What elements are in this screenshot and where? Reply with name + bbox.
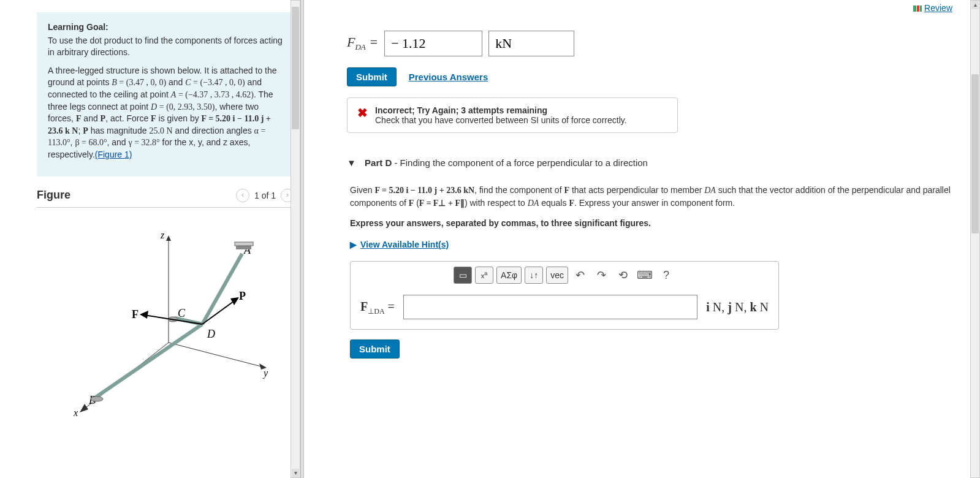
- scrollbar-thumb[interactable]: [292, 7, 299, 129]
- fda-unit-input[interactable]: [488, 31, 574, 56]
- partC-actions: Submit Previous Answers: [347, 67, 955, 86]
- svg-text:P: P: [239, 290, 246, 302]
- help-button[interactable]: ?: [657, 267, 675, 284]
- editor-input-row: F⊥DA = i N, j N, k N: [351, 289, 778, 329]
- figure-pager: ‹ 1 of 1 ›: [236, 189, 294, 202]
- svg-line-3: [169, 343, 264, 367]
- answer-input[interactable]: [403, 295, 697, 319]
- svg-text:z: z: [160, 230, 165, 240]
- caret-down-icon: ▼: [347, 157, 356, 168]
- svg-point-16: [91, 396, 103, 401]
- feedback-title: Incorrect; Try Again; 3 attempts remaini…: [375, 105, 627, 115]
- caret-right-icon: ▶: [350, 238, 357, 251]
- incorrect-icon: ✖: [357, 105, 368, 125]
- scrollbar-thumb[interactable]: [971, 74, 979, 233]
- svg-marker-21: [140, 311, 148, 319]
- figure-prev-button[interactable]: ‹: [236, 189, 249, 202]
- partD-title: - Finding the component of a force perpe…: [392, 157, 648, 168]
- vec-button[interactable]: vec: [546, 267, 568, 284]
- svg-marker-1: [166, 235, 171, 241]
- figure-diagram: z y x A B C D: [61, 220, 270, 416]
- feedback-body: Check that you have converted between SI…: [375, 115, 627, 125]
- svg-line-20: [144, 315, 202, 324]
- left-scrollbar[interactable]: ▾: [291, 0, 300, 478]
- redo-button[interactable]: ↷: [593, 267, 611, 284]
- answer-units: i N, j N, k N: [706, 298, 769, 316]
- fda-label: FDA =: [347, 34, 378, 52]
- figure-label: Figure: [37, 189, 70, 202]
- greek-button[interactable]: ΑΣφ: [496, 267, 522, 284]
- svg-line-9: [202, 254, 242, 324]
- scroll-down-icon[interactable]: ▾: [292, 469, 299, 477]
- svg-text:D: D: [207, 328, 215, 340]
- goal-body: To use the dot product to find the compo…: [48, 35, 283, 59]
- partC-answer-row: FDA =: [347, 31, 955, 56]
- svg-marker-7: [80, 404, 88, 412]
- svg-text:C: C: [178, 307, 186, 319]
- fda-value-input[interactable]: [384, 31, 482, 56]
- figure-link[interactable]: (Figure 1): [95, 150, 132, 159]
- feedback-box: ✖ Incorrect; Try Again; 3 attempts remai…: [347, 97, 678, 133]
- right-scrollbar[interactable]: ▴: [970, 0, 980, 478]
- goal-title: Learning Goal:: [48, 21, 283, 34]
- partD-description: Given F = 5.20 i − 11.0 j + 23.6 kN, fin…: [350, 184, 955, 210]
- fraction-button[interactable]: xa: [475, 267, 493, 284]
- figure-page-count: 1 of 1: [254, 191, 276, 200]
- svg-marker-13: [236, 246, 251, 249]
- editor-toolbar: ▭ xa ΑΣφ ↓↑ vec ↶ ↷ ⟲ ⌨ ?: [351, 262, 778, 289]
- right-panel: Review FDA = Submit Previous Answers ✖ I…: [304, 0, 980, 478]
- partD-submit-button[interactable]: Submit: [350, 340, 400, 358]
- left-panel: Learning Goal: To use the dot product to…: [0, 0, 300, 478]
- svg-rect-14: [235, 242, 253, 246]
- svg-line-10: [95, 324, 202, 398]
- structure-svg: z y x A B C D: [61, 220, 270, 416]
- problem-description: A three-legged structure is shown below.…: [48, 65, 283, 161]
- svg-marker-24: [230, 297, 239, 305]
- svg-text:x: x: [73, 408, 78, 416]
- keyboard-button[interactable]: ⌨: [636, 267, 654, 284]
- svg-text:y: y: [262, 368, 268, 379]
- review-icon: [913, 6, 922, 12]
- undo-button[interactable]: ↶: [571, 267, 590, 284]
- hints-link[interactable]: ▶View Available Hint(s): [350, 238, 449, 251]
- fperp-label: F⊥DA =: [360, 297, 395, 317]
- scroll-up-icon[interactable]: ▴: [971, 1, 979, 9]
- subscript-button[interactable]: ↓↑: [525, 267, 543, 284]
- submit-button[interactable]: Submit: [347, 67, 397, 86]
- templates-button[interactable]: ▭: [454, 267, 472, 284]
- previous-answers-link[interactable]: Previous Answers: [409, 72, 488, 82]
- learning-goal-box: Learning Goal: To use the dot product to…: [37, 12, 294, 176]
- figure-header: Figure ‹ 1 of 1 ›: [37, 189, 294, 208]
- svg-text:F: F: [132, 308, 139, 321]
- partD-instruction: Express your answers, separated by comma…: [350, 217, 955, 230]
- partD-body: Given F = 5.20 i − 11.0 j + 23.6 kN, fin…: [347, 184, 955, 358]
- reset-button[interactable]: ⟲: [614, 267, 632, 284]
- partD-header[interactable]: ▼ Part D - Finding the component of a fo…: [347, 157, 955, 173]
- review-link[interactable]: Review: [913, 3, 952, 13]
- partD-label: Part D: [365, 157, 392, 168]
- answer-editor: ▭ xa ΑΣφ ↓↑ vec ↶ ↷ ⟲ ⌨ ? F⊥DA =: [350, 261, 779, 330]
